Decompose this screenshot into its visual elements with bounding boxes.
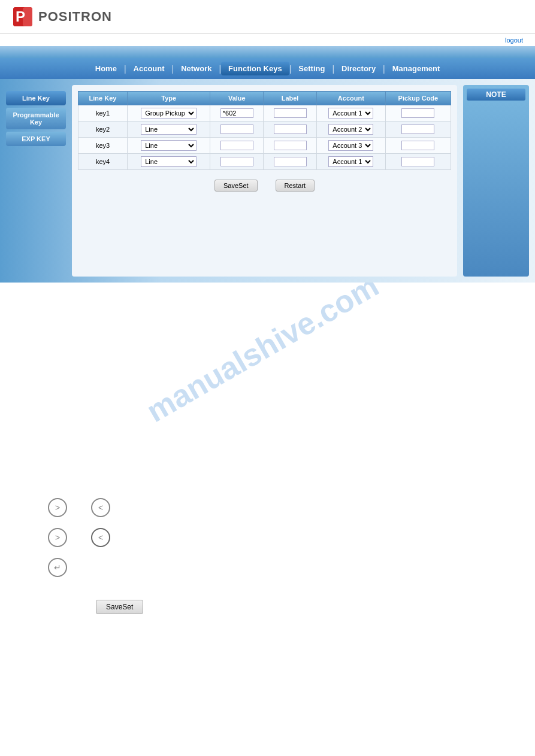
restart-button[interactable]: Restart xyxy=(276,180,315,192)
key3-account-cell: Account 1 Account 2 Account 3 xyxy=(316,138,385,154)
sidebar-line-key[interactable]: Line Key xyxy=(6,91,66,105)
chevron-left-icon: < xyxy=(91,498,110,517)
key4-type-select[interactable]: Line Group Pickup Speed Dial xyxy=(141,156,197,167)
key2-account-select[interactable]: Account 1 Account 2 Account 3 xyxy=(328,124,373,135)
nav-management[interactable]: Management xyxy=(385,62,447,75)
key3-label-cell xyxy=(264,138,317,154)
key4-label: key4 xyxy=(78,154,128,170)
nav-home[interactable]: Home xyxy=(88,62,124,75)
key4-value-cell xyxy=(210,154,264,170)
key2-label-cell xyxy=(264,122,317,138)
logout-link[interactable]: logout xyxy=(505,37,523,44)
key4-label-cell xyxy=(264,154,317,170)
key2-label-input[interactable] xyxy=(274,125,307,134)
sidebar: Line Key Programmable Key EXP KEY xyxy=(6,85,66,277)
key1-label-input[interactable] xyxy=(274,108,307,118)
chevron-left-icon-2: < xyxy=(91,528,110,547)
key2-type-cell: Line Group Pickup Speed Dial xyxy=(128,122,210,138)
line-key-table: Line Key Type Value Label Account Pickup… xyxy=(78,91,451,170)
key3-label: key3 xyxy=(78,138,128,154)
key1-account-cell: Account 1 Account 2 Account 3 xyxy=(316,105,385,122)
brand-name: POSITRON xyxy=(38,9,112,25)
logo: P POSITRON xyxy=(12,6,112,28)
key2-label: key2 xyxy=(78,122,128,138)
table-row: key3 Line Group Pickup Speed Dial xyxy=(78,138,451,154)
icon-row-2: > < xyxy=(48,528,487,547)
icon-row-1: > < xyxy=(48,498,487,517)
logout-bar: logout xyxy=(0,34,535,46)
watermark: manualshive.com xyxy=(140,283,385,429)
nav-top-bar xyxy=(0,46,535,58)
note-panel: NOTE xyxy=(463,85,529,277)
table-row: key2 Line Group Pickup Speed Dial xyxy=(78,122,451,138)
saveset-lower-button[interactable]: SaveSet xyxy=(96,600,143,614)
key3-pickup-input[interactable] xyxy=(401,141,434,150)
key3-value-input[interactable] xyxy=(220,141,253,150)
chevron-right-icon-2: > xyxy=(48,528,67,547)
key1-type-select[interactable]: Group Pickup Line Speed Dial BLF xyxy=(141,108,197,119)
key1-pickup-cell xyxy=(385,105,451,122)
sidebar-programmable-key[interactable]: Programmable Key xyxy=(6,108,66,129)
watermark-section: manualshive.com xyxy=(0,283,535,486)
key1-account-select[interactable]: Account 1 Account 2 Account 3 xyxy=(328,108,373,119)
key2-account-cell: Account 1 Account 2 Account 3 xyxy=(316,122,385,138)
svg-text:P: P xyxy=(16,8,25,25)
key1-label-cell xyxy=(264,105,317,122)
key4-value-input[interactable] xyxy=(220,157,253,166)
chevron-right-icon: > xyxy=(48,498,67,517)
key3-type-select[interactable]: Line Group Pickup Speed Dial xyxy=(141,140,197,151)
key3-label-input[interactable] xyxy=(274,141,307,150)
key1-pickup-input[interactable] xyxy=(401,108,434,118)
key1-value-cell xyxy=(210,105,264,122)
key4-account-select[interactable]: Account 1 Account 2 Account 3 xyxy=(328,156,373,167)
table-row: key1 Group Pickup Line Speed Dial BLF xyxy=(78,105,451,122)
key4-type-cell: Line Group Pickup Speed Dial xyxy=(128,154,210,170)
key3-account-select[interactable]: Account 1 Account 2 Account 3 xyxy=(328,140,373,151)
content-panel: Line Key Type Value Label Account Pickup… xyxy=(72,85,457,277)
key3-value-cell xyxy=(210,138,264,154)
key4-account-cell: Account 1 Account 2 Account 3 xyxy=(316,154,385,170)
nav-function-keys[interactable]: Function Keys xyxy=(221,62,289,75)
col-type: Type xyxy=(128,92,210,105)
logo-icon: P xyxy=(12,6,34,28)
key3-type-cell: Line Group Pickup Speed Dial xyxy=(128,138,210,154)
enter-icon: ↵ xyxy=(48,558,67,577)
nav-menu: Home | Account | Network | Function Keys… xyxy=(0,58,535,79)
key1-type-cell: Group Pickup Line Speed Dial BLF xyxy=(128,105,210,122)
key2-pickup-input[interactable] xyxy=(401,125,434,134)
button-row: SaveSet Restart xyxy=(78,180,451,192)
col-line-key: Line Key xyxy=(78,92,128,105)
lower-section: > < > < ↵ SaveSet xyxy=(0,486,535,626)
key4-pickup-cell xyxy=(385,154,451,170)
key2-type-select[interactable]: Line Group Pickup Speed Dial xyxy=(141,124,197,135)
nav-account[interactable]: Account xyxy=(126,62,172,75)
key2-value-cell xyxy=(210,122,264,138)
key2-value-input[interactable] xyxy=(220,125,253,134)
col-label: Label xyxy=(264,92,317,105)
main-content: Line Key Programmable Key EXP KEY Line K… xyxy=(0,79,535,283)
col-pickup-code: Pickup Code xyxy=(385,92,451,105)
icon-row-3: ↵ xyxy=(48,558,487,577)
header: P POSITRON xyxy=(0,0,535,34)
nav-directory[interactable]: Directory xyxy=(334,62,383,75)
key1-label: key1 xyxy=(78,105,128,122)
nav-setting[interactable]: Setting xyxy=(291,62,332,75)
nav-network[interactable]: Network xyxy=(174,62,219,75)
key3-pickup-cell xyxy=(385,138,451,154)
navigation: Home | Account | Network | Function Keys… xyxy=(0,46,535,79)
col-value: Value xyxy=(210,92,264,105)
table-row: key4 Line Group Pickup Speed Dial xyxy=(78,154,451,170)
col-account: Account xyxy=(316,92,385,105)
key4-label-input[interactable] xyxy=(274,157,307,166)
note-title: NOTE xyxy=(467,89,525,101)
key1-value-input[interactable] xyxy=(220,108,253,118)
sidebar-exp-key[interactable]: EXP KEY xyxy=(6,132,66,146)
key4-pickup-input[interactable] xyxy=(401,157,434,166)
key2-pickup-cell xyxy=(385,122,451,138)
saveset-button[interactable]: SaveSet xyxy=(214,180,258,192)
